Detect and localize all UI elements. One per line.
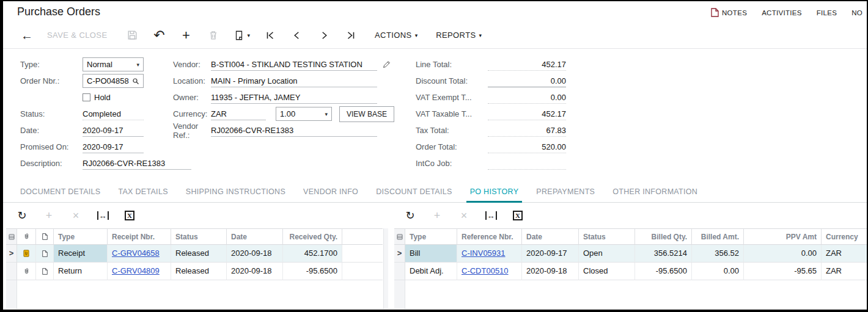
cell-received-qty[interactable]: 452.1700 — [283, 245, 342, 263]
column-header-status[interactable]: Status — [171, 228, 227, 245]
column-header-type[interactable]: Type — [54, 228, 108, 245]
column-header-billed-qty[interactable]: Billed Qty. — [635, 228, 692, 245]
currency-code-field[interactable]: ZAR — [211, 107, 266, 120]
debit-adj-link[interactable]: C-CDT00510 — [462, 266, 509, 275]
bill-link[interactable]: C-INV05931 — [462, 249, 506, 258]
export-excel-button[interactable]: X — [123, 211, 136, 220]
fit-width-button[interactable]: ↔ — [485, 211, 497, 220]
notes-button[interactable]: NOTES — [711, 8, 747, 17]
refresh-button[interactable]: ↻ — [16, 210, 28, 221]
tab-document-details[interactable]: DOCUMENT DETAILS — [20, 181, 100, 202]
attachment-cell[interactable] — [17, 245, 36, 263]
go-last-record-button[interactable] — [344, 30, 358, 41]
vendor-field[interactable]: B-STI004 - STIKLAND TESTING STATION — [211, 58, 377, 71]
cell-reference-nbr[interactable]: C-CDT00510 — [457, 263, 522, 280]
notifications-button[interactable]: NO — [851, 9, 862, 16]
cell-status[interactable]: Released — [171, 245, 227, 263]
description-field[interactable]: RJ02066-CVR-RE1383 — [83, 157, 191, 170]
delete-row-button[interactable]: × — [70, 210, 82, 221]
tab-vendor-info[interactable]: VENDOR INFO — [303, 181, 358, 202]
go-prev-record-button[interactable] — [290, 30, 304, 41]
vendor-ref-field[interactable]: RJ02066-CVR-RE1383 — [211, 124, 377, 137]
cell-receipt-nbr[interactable]: C-GRV04809 — [108, 263, 171, 280]
cell-billed-amt[interactable]: 356.52 — [692, 245, 744, 263]
back-button[interactable]: ← — [20, 29, 34, 42]
delete-row-button[interactable]: × — [458, 210, 470, 221]
delete-button[interactable] — [207, 29, 220, 41]
view-base-button[interactable]: VIEW BASE — [339, 106, 394, 122]
cell-status[interactable]: Closed — [579, 263, 635, 280]
column-header-billed-amt[interactable]: Billed Amt. — [692, 228, 744, 245]
column-header-reference-nbr[interactable]: Reference Nbr. — [457, 228, 522, 245]
column-header-date[interactable]: Date — [227, 228, 283, 245]
grid-settings-header-cell[interactable] — [394, 228, 405, 245]
cell-billed-amt[interactable]: 0.00 — [692, 263, 744, 280]
column-header-status[interactable]: Status — [579, 228, 635, 245]
refresh-button[interactable]: ↻ — [404, 210, 416, 221]
cell-type[interactable]: Receipt — [54, 245, 108, 263]
files-button[interactable]: FILES — [817, 9, 837, 16]
add-row-button[interactable]: + — [431, 210, 443, 221]
column-header-type[interactable]: Type — [405, 228, 457, 245]
save-button[interactable] — [126, 29, 139, 41]
column-header-date[interactable]: Date — [522, 228, 579, 245]
date-field[interactable]: 2020-09-17 — [83, 124, 144, 137]
row-selector[interactable]: > — [6, 245, 17, 263]
cell-currency[interactable]: ZAR — [822, 245, 867, 263]
tab-prepayments[interactable]: PREPAYMENTS — [536, 181, 595, 202]
receipt-link[interactable]: C-GRV04809 — [112, 266, 160, 275]
cell-date[interactable]: 2020-09-18 — [522, 263, 579, 280]
go-next-record-button[interactable] — [317, 30, 331, 41]
cell-receipt-nbr[interactable]: C-GRV04658 — [108, 245, 171, 263]
promised-on-field[interactable]: 2020-09-17 — [83, 140, 144, 153]
copy-paste-button[interactable]: ▾ — [234, 29, 251, 42]
grid-settings-header-cell[interactable] — [6, 228, 17, 245]
currency-rate-select[interactable]: 1.00 ▾ — [276, 107, 332, 121]
receipt-link[interactable]: C-GRV04658 — [112, 249, 160, 258]
cell-currency[interactable]: ZAR — [822, 263, 867, 280]
location-field[interactable]: MAIN - Primary Location — [211, 74, 377, 87]
row-selector[interactable]: > — [394, 245, 405, 263]
column-header-received-qty[interactable]: Received Qty. — [283, 228, 342, 245]
attachment-cell[interactable] — [17, 263, 36, 280]
row-selector[interactable] — [394, 263, 405, 280]
save-close-button[interactable]: SAVE & CLOSE — [47, 31, 108, 40]
hold-checkbox[interactable] — [83, 93, 90, 101]
order-nbr-input[interactable]: C-PO04858 — [83, 74, 144, 88]
cell-date[interactable]: 2020-09-17 — [522, 245, 579, 263]
cell-status[interactable]: Open — [579, 245, 635, 263]
cell-reference-nbr[interactable]: C-INV05931 — [457, 245, 522, 263]
owner-field[interactable]: 11935 - JEFTHA, JAMEY — [211, 91, 377, 104]
vertical-scrollbar[interactable] — [383, 228, 388, 309]
cancel-undo-button[interactable]: ↶ — [153, 29, 166, 42]
note-column-header[interactable] — [36, 228, 54, 245]
edit-pencil-icon[interactable] — [382, 60, 391, 69]
type-select[interactable]: Normal ▾ — [83, 57, 144, 71]
cell-type[interactable]: Return — [54, 263, 108, 280]
cell-ppv-amt[interactable]: 0.00 — [744, 245, 822, 263]
add-new-button[interactable]: + — [180, 29, 193, 42]
reports-menu-button[interactable]: REPORTS ▾ — [436, 31, 482, 40]
row-selector[interactable] — [6, 263, 17, 280]
cell-billed-qty[interactable]: 356.5214 — [635, 245, 692, 263]
add-row-button[interactable]: + — [43, 210, 55, 221]
cell-billed-qty[interactable]: -95.6500 — [635, 263, 692, 280]
cell-date[interactable]: 2020-09-18 — [227, 263, 283, 280]
cell-status[interactable]: Released — [171, 263, 227, 280]
column-header-receipt-nbr[interactable]: Receipt Nbr. — [108, 228, 171, 245]
note-cell[interactable] — [36, 263, 54, 280]
tab-tax-details[interactable]: TAX DETAILS — [118, 181, 167, 202]
cell-ppv-amt[interactable]: -95.65 — [744, 263, 822, 280]
column-header-ppv-amt[interactable]: PPV Amt — [744, 228, 822, 245]
tab-shipping-instructions[interactable]: SHIPPING INSTRUCTIONS — [186, 181, 285, 202]
cell-date[interactable]: 2020-09-18 — [227, 245, 283, 263]
fit-width-button[interactable]: ↔ — [97, 211, 109, 220]
column-header-currency[interactable]: Currency — [822, 228, 867, 245]
activities-button[interactable]: ACTIVITIES — [762, 9, 802, 16]
go-first-record-button[interactable] — [263, 30, 277, 41]
tab-discount-details[interactable]: DISCOUNT DETAILS — [376, 181, 452, 202]
cell-type[interactable]: Bill — [405, 245, 457, 263]
cell-type[interactable]: Debit Adj. — [405, 263, 457, 280]
attachment-column-header[interactable] — [17, 228, 36, 245]
export-excel-button[interactable]: X — [512, 211, 524, 220]
